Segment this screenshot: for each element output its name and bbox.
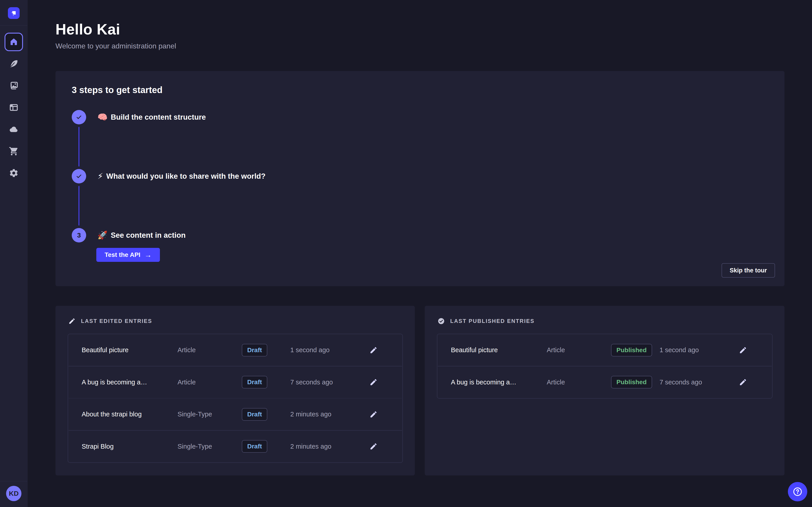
- sidebar-item-content-type-builder[interactable]: [9, 103, 19, 112]
- step-connector: [79, 127, 80, 167]
- check-icon: [75, 173, 82, 180]
- getting-started-title: 3 steps to get started: [72, 85, 162, 95]
- arrow-right-icon: →: [144, 251, 152, 259]
- step-connector: [79, 186, 80, 226]
- table-row: A bug is becoming a… Article Draft 7 sec…: [68, 367, 402, 398]
- edit-entry-button[interactable]: [369, 442, 378, 451]
- entry-time: 7 seconds ago: [660, 379, 727, 386]
- lightning-emoji: ⚡: [97, 172, 103, 180]
- avatar-initials: KD: [9, 490, 18, 497]
- entry-time: 1 second ago: [660, 346, 727, 354]
- sidebar-item-home[interactable]: [4, 33, 23, 51]
- sidebar-item-content-manager[interactable]: [9, 59, 19, 69]
- cta-label: Test the API: [105, 251, 141, 259]
- help-button[interactable]: [788, 482, 807, 501]
- last-edited-entries-panel: LAST EDITED ENTRIES Beautiful picture Ar…: [55, 306, 415, 475]
- step-label-text: See content in action: [111, 231, 186, 239]
- rocket-emoji: 🚀: [97, 231, 108, 239]
- pencil-icon: [369, 442, 377, 450]
- status-badge: Draft: [242, 344, 267, 356]
- entry-title: A bug is becoming a…: [82, 379, 177, 386]
- entry-title: Beautiful picture: [82, 346, 177, 354]
- panel-title: LAST EDITED ENTRIES: [81, 318, 152, 324]
- sidebar-item-deploy[interactable]: [9, 124, 19, 134]
- brain-emoji: 🧠: [97, 113, 108, 121]
- entry-time: 2 minutes ago: [290, 443, 358, 450]
- step-label-text: Build the content structure: [111, 113, 206, 121]
- entry-type: Article: [547, 346, 611, 354]
- status-badge: Draft: [242, 376, 267, 389]
- step-label[interactable]: ⚡ What would you like to share with the …: [97, 172, 265, 180]
- table-row: A bug is becoming a… Article Published 7…: [437, 367, 772, 398]
- edit-entry-button[interactable]: [369, 410, 378, 419]
- pencil-icon: [739, 378, 747, 386]
- strapi-logo[interactable]: [8, 7, 19, 19]
- check-circle-icon: [438, 318, 445, 325]
- table-row: Beautiful picture Article Draft 1 second…: [68, 334, 402, 366]
- entry-type: Single-Type: [177, 410, 242, 418]
- entry-type: Article: [177, 379, 242, 386]
- entry-type: Single-Type: [177, 443, 242, 450]
- panel-header: LAST PUBLISHED ENTRIES: [438, 318, 535, 325]
- step-done-circle: [72, 110, 86, 124]
- entry-title: A bug is becoming a…: [451, 379, 547, 386]
- entry-type: Article: [547, 379, 611, 386]
- step-label-text: What would you like to share with the wo…: [106, 172, 265, 180]
- entry-type: Article: [177, 346, 242, 354]
- sidebar-item-settings[interactable]: [9, 168, 19, 178]
- user-avatar[interactable]: KD: [6, 486, 21, 501]
- sidebar-divider: [0, 25, 27, 25]
- pencil-icon: [739, 346, 747, 354]
- entries-table: Beautiful picture Article Draft 1 second…: [68, 334, 403, 463]
- table-row: About the strapi blog Single-Type Draft …: [68, 398, 402, 430]
- entries-table: Beautiful picture Article Published 1 se…: [437, 334, 772, 399]
- edit-entry-button[interactable]: [369, 346, 378, 355]
- pencil-icon: [68, 318, 75, 325]
- strapi-logo-icon: [10, 9, 17, 17]
- entry-time: 2 minutes ago: [290, 410, 358, 418]
- step-see-content-in-action: 3 🚀 See content in action: [72, 228, 186, 242]
- entry-time: 1 second ago: [290, 346, 358, 354]
- home-icon: [9, 37, 18, 47]
- sidebar: KD: [0, 0, 28, 507]
- status-badge: Published: [611, 376, 652, 389]
- images-icon: [9, 81, 19, 91]
- step-label[interactable]: 🧠 Build the content structure: [97, 113, 206, 121]
- pencil-icon: [369, 410, 377, 418]
- test-the-api-button[interactable]: Test the API →: [96, 248, 160, 262]
- question-mark-icon: [793, 487, 803, 497]
- layout-icon: [9, 103, 19, 112]
- table-row: Beautiful picture Article Published 1 se…: [437, 334, 772, 366]
- pencil-icon: [369, 378, 377, 386]
- check-icon: [75, 114, 82, 121]
- edit-entry-button[interactable]: [369, 378, 378, 387]
- panel-header: LAST EDITED ENTRIES: [68, 318, 152, 325]
- last-published-entries-panel: LAST PUBLISHED ENTRIES Beautiful picture…: [425, 306, 784, 475]
- step-label[interactable]: 🚀 See content in action: [97, 231, 186, 239]
- skip-the-tour-button[interactable]: Skip the tour: [721, 263, 775, 278]
- pencil-icon: [369, 346, 377, 354]
- status-badge: Published: [611, 344, 652, 356]
- entry-title: Beautiful picture: [451, 346, 547, 354]
- step-number-circle: 3: [72, 228, 86, 242]
- panel-title: LAST PUBLISHED ENTRIES: [450, 318, 535, 324]
- page-title: Hello Kai: [55, 21, 120, 38]
- gear-icon: [9, 168, 19, 178]
- edit-entry-button[interactable]: [739, 378, 748, 387]
- feather-icon: [9, 59, 19, 69]
- entry-time: 7 seconds ago: [290, 379, 358, 386]
- page-subtitle: Welcome to your administration panel: [55, 42, 176, 50]
- getting-started-card: 3 steps to get started 🧠 Build the conte…: [55, 71, 784, 286]
- status-badge: Draft: [242, 440, 267, 453]
- sidebar-item-media-library[interactable]: [9, 81, 19, 91]
- sidebar-item-marketplace[interactable]: [9, 146, 19, 156]
- cloud-icon: [9, 124, 19, 134]
- entry-title: Strapi Blog: [82, 443, 177, 450]
- status-badge: Draft: [242, 408, 267, 421]
- step-build-content-structure: 🧠 Build the content structure: [72, 110, 206, 124]
- step-done-circle: [72, 169, 86, 183]
- entry-title: About the strapi blog: [82, 410, 177, 418]
- edit-entry-button[interactable]: [739, 346, 748, 355]
- step-number: 3: [77, 231, 81, 239]
- cart-icon: [9, 146, 19, 156]
